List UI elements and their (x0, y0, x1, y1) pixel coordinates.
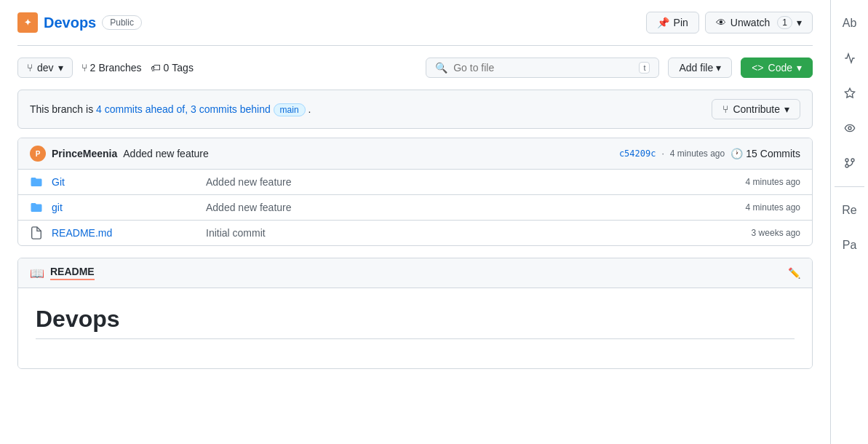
readme-content: Devops (18, 288, 812, 368)
search-input[interactable] (453, 62, 633, 74)
committer-name[interactable]: PrinceMeenia (52, 148, 117, 159)
add-file-button[interactable]: Add file ▾ (668, 58, 732, 78)
star-icon[interactable] (838, 82, 861, 105)
file-browser: P PrinceMeenia Added new feature c54209c… (17, 138, 813, 246)
right-sidebar: Ab Re Pa (830, 0, 868, 444)
branch-tags-area: ⑂ 2 Branches 🏷 0 Tags (81, 62, 194, 74)
readme-header: 📖 README ✏️ (18, 258, 812, 288)
commit-time: 4 minutes ago (670, 148, 725, 159)
activity-icon[interactable] (838, 47, 861, 70)
search-icon: 🔍 (435, 62, 447, 74)
book-icon: 📖 (30, 266, 44, 280)
commits-behind-link[interactable]: 3 commits behind (191, 103, 274, 115)
latest-commit-message: Added new feature (123, 148, 209, 159)
commits-label: Commits (760, 148, 800, 159)
about-label: Ab (838, 12, 861, 35)
repo-header: ✦ Devops Public 📌 Pin 👁 Unwatch 1 ▾ (17, 12, 813, 46)
chevron-down-icon: ▾ (784, 103, 789, 115)
svg-point-2 (845, 164, 848, 167)
svg-point-1 (848, 127, 851, 130)
readme-title-area: 📖 README (30, 266, 95, 280)
repo-icon: ✦ (17, 12, 38, 33)
branches-link[interactable]: ⑂ 2 Branches (81, 62, 142, 74)
file-commit-msg: Added new feature (206, 176, 737, 188)
file-time: 4 minutes ago (746, 177, 800, 187)
visibility-badge: Public (102, 15, 142, 30)
branch-name: dev (37, 62, 54, 74)
chevron-down-icon: ▾ (716, 62, 721, 74)
branches-label: Branches (98, 62, 141, 74)
readme-section: 📖 README ✏️ Devops (17, 258, 813, 369)
branch-selector[interactable]: ⑂ dev ▾ (17, 58, 73, 78)
branch-icon: ⑂ (27, 62, 33, 74)
commit-hash[interactable]: c54209c (619, 148, 656, 159)
table-row: git Added new feature 4 minutes ago (18, 195, 812, 221)
tag-icon: 🏷 (151, 62, 161, 74)
table-row: Git Added new feature 4 minutes ago (18, 170, 812, 195)
file-name[interactable]: Git (52, 176, 197, 188)
file-browser-header: P PrinceMeenia Added new feature c54209c… (18, 138, 812, 170)
commits-count: 15 (746, 148, 757, 159)
branch-info-bar: This branch is 4 commits ahead of, 3 com… (17, 90, 813, 129)
search-keyboard-shortcut: t (639, 62, 650, 74)
code-button[interactable]: <> Code ▾ (741, 58, 813, 78)
committer-info: P PrinceMeenia Added new feature (30, 146, 209, 162)
search-goto[interactable]: 🔍 t (426, 58, 659, 78)
header-actions: 📌 Pin 👁 Unwatch 1 ▾ (646, 12, 813, 33)
folder-icon (30, 201, 43, 214)
chevron-down-icon: ▾ (797, 17, 802, 28)
eye-icon: 👁 (716, 17, 726, 28)
svg-point-3 (845, 159, 848, 162)
sidebar-divider (835, 186, 864, 187)
tags-link[interactable]: 🏷 0 Tags (151, 62, 194, 74)
unwatch-count: 1 (777, 16, 792, 29)
watch-icon[interactable] (838, 116, 861, 140)
file-time: 3 weeks ago (752, 228, 800, 238)
committer-avatar: P (30, 146, 46, 162)
branches-count: 2 (90, 62, 96, 74)
file-name[interactable]: git (52, 202, 197, 213)
fork-icon[interactable] (838, 151, 861, 175)
pin-button[interactable]: 📌 Pin (646, 12, 699, 33)
code-icon: <> (752, 62, 763, 74)
repo-title-area: ✦ Devops Public (17, 12, 142, 33)
chevron-down-icon: ▾ (58, 62, 63, 74)
folder-icon (30, 175, 43, 189)
svg-point-4 (851, 159, 854, 162)
contribute-icon: ⑂ (722, 103, 728, 115)
branch-info-text: This branch is 4 commits ahead of, 3 com… (30, 103, 311, 115)
releases-label: Re (838, 199, 861, 222)
commits-ahead-link[interactable]: 4 commits ahead of, (96, 103, 191, 115)
svg-marker-0 (845, 88, 854, 98)
contribute-button[interactable]: ⑂ Contribute ▾ (712, 99, 800, 119)
edit-icon[interactable]: ✏️ (788, 267, 800, 279)
repo-name[interactable]: Devops (44, 15, 96, 31)
chevron-down-icon: ▾ (797, 62, 802, 74)
file-commit-msg: Initial commit (206, 227, 743, 239)
pin-icon: 📌 (657, 17, 669, 28)
readme-heading: Devops (36, 306, 795, 339)
table-row: README.md Initial commit 3 weeks ago (18, 221, 812, 245)
unwatch-button[interactable]: 👁 Unwatch 1 ▾ (705, 12, 813, 33)
toolbar: ⑂ dev ▾ ⑂ 2 Branches 🏷 0 Tags (17, 58, 813, 78)
tags-label: Tags (172, 62, 194, 74)
commit-separator: · (661, 148, 664, 159)
history-icon: 🕐 (730, 148, 743, 159)
commit-meta: c54209c · 4 minutes ago 🕐 15 Commits (619, 148, 800, 159)
file-icon (30, 226, 43, 239)
tags-count: 0 (164, 62, 170, 74)
branch-icon: ⑂ (81, 62, 87, 74)
file-time: 4 minutes ago (746, 202, 800, 213)
file-name[interactable]: README.md (52, 227, 197, 239)
main-branch-tag[interactable]: main (274, 103, 306, 116)
packages-label: Pa (838, 234, 861, 257)
readme-title: README (50, 266, 95, 280)
commits-link[interactable]: 🕐 15 Commits (730, 148, 800, 159)
file-commit-msg: Added new feature (206, 202, 737, 213)
